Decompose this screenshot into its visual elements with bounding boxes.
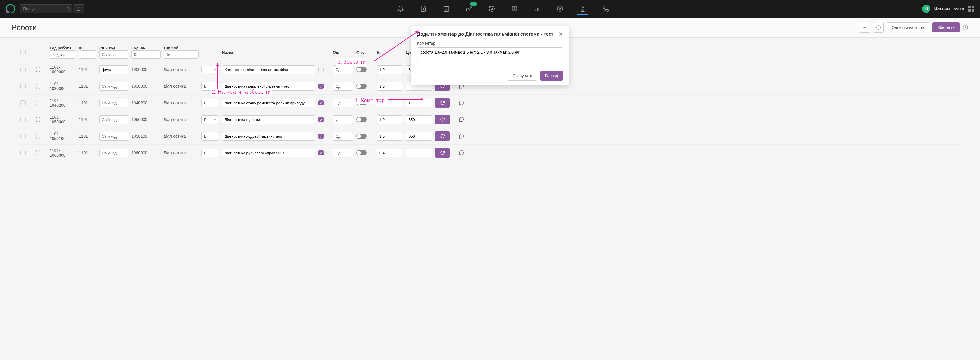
own-code-input[interactable] — [99, 115, 129, 124]
own-code-input[interactable] — [99, 99, 129, 107]
norm-input[interactable] — [377, 115, 403, 124]
row-enabled-checkbox[interactable]: ✓ — [318, 134, 323, 139]
filter-code[interactable] — [49, 50, 76, 59]
unit-select[interactable]: Од. — [333, 99, 353, 107]
expand-icon[interactable] — [35, 100, 47, 105]
expand-icon[interactable] — [35, 67, 47, 72]
row-enabled-checkbox[interactable]: ✓ — [318, 100, 323, 105]
search-icon[interactable] — [66, 6, 71, 11]
chart-icon[interactable] — [532, 3, 543, 14]
comment-input[interactable] — [417, 47, 563, 62]
fixed-toggle[interactable] — [356, 100, 367, 105]
subtype-select[interactable]: В — [202, 149, 219, 157]
filter-part-code[interactable] — [131, 50, 161, 59]
name-input[interactable] — [222, 99, 315, 107]
own-code-input[interactable] — [99, 132, 129, 140]
row-action-button[interactable] — [435, 98, 450, 108]
row-checkbox[interactable] — [21, 134, 26, 139]
expand-icon[interactable] — [35, 134, 47, 139]
update-price-button[interactable]: Оновити вартість — [886, 22, 929, 32]
row-checkbox[interactable] — [21, 117, 26, 122]
add-doc-icon[interactable] — [418, 3, 429, 14]
norm-input[interactable] — [377, 82, 403, 91]
expand-icon[interactable] — [35, 84, 47, 89]
name-input[interactable] — [222, 132, 315, 140]
dollar-icon[interactable] — [555, 3, 566, 14]
filter-type[interactable] — [164, 50, 199, 59]
unit-select[interactable]: уп — [333, 115, 353, 124]
norm-input[interactable] — [377, 149, 403, 157]
filter-id[interactable] — [79, 50, 96, 59]
price-input[interactable] — [406, 132, 432, 140]
comment-icon[interactable] — [458, 150, 479, 156]
price-input[interactable] — [406, 99, 432, 107]
name-input[interactable] — [222, 65, 315, 74]
row-action-button[interactable] — [435, 115, 450, 124]
expand-icon[interactable] — [35, 150, 47, 155]
subtype-select[interactable]: В — [202, 82, 219, 91]
hourglass-icon[interactable] — [578, 3, 589, 15]
row-enabled-checkbox[interactable]: ✓ — [318, 150, 323, 155]
contacts-icon[interactable] — [509, 3, 520, 14]
row-action-button[interactable] — [435, 132, 450, 141]
norm-input[interactable] — [377, 65, 403, 74]
fixed-toggle[interactable] — [356, 134, 367, 139]
own-code-input[interactable] — [99, 65, 129, 74]
row-action-button[interactable] — [435, 148, 450, 158]
svg-point-8 — [491, 8, 493, 10]
unit-select[interactable]: Од. — [333, 149, 353, 157]
row-checkbox[interactable] — [21, 67, 26, 72]
cancel-button[interactable]: Скасувати — [508, 71, 537, 81]
fixed-toggle[interactable] — [356, 84, 367, 89]
search-input[interactable] — [20, 5, 72, 13]
gear-icon[interactable] — [486, 3, 497, 14]
cell-part-code: 1000000 — [131, 67, 161, 72]
comment-icon[interactable] — [458, 116, 479, 123]
unit-select[interactable]: Од. — [333, 132, 353, 140]
subtype-select[interactable]: В — [202, 115, 219, 124]
apps-icon[interactable] — [968, 6, 974, 12]
phone-icon[interactable] — [600, 3, 611, 14]
unit-select[interactable]: Од. — [333, 65, 353, 74]
name-input[interactable] — [222, 149, 315, 157]
name-input[interactable] — [222, 82, 315, 91]
fixed-toggle[interactable] — [356, 117, 367, 122]
help-icon[interactable] — [963, 24, 968, 30]
row-enabled-checkbox[interactable] — [318, 67, 323, 72]
price-input[interactable] — [406, 149, 432, 157]
subtype-select[interactable] — [202, 66, 219, 73]
settings-button[interactable] — [873, 22, 884, 33]
price-input[interactable] — [406, 115, 432, 124]
subtype-select[interactable]: В — [202, 132, 219, 140]
close-icon[interactable]: ✕ — [558, 31, 563, 37]
fixed-toggle[interactable] — [356, 67, 367, 72]
fixed-toggle[interactable] — [356, 150, 367, 155]
filter-own-code[interactable] — [99, 50, 129, 59]
comment-icon[interactable] — [458, 133, 479, 139]
own-code-input[interactable] — [99, 82, 129, 91]
key-icon[interactable]: 23 — [463, 3, 474, 14]
name-input[interactable] — [222, 115, 315, 124]
row-checkbox[interactable] — [21, 84, 26, 89]
add-button[interactable] — [860, 22, 870, 33]
subtype-select[interactable]: В — [202, 99, 219, 107]
bank-icon[interactable] — [73, 5, 84, 13]
ok-button[interactable]: Гаразд — [540, 71, 563, 81]
user-section[interactable]: М Максим Іванов — [922, 5, 974, 13]
expand-icon[interactable] — [35, 117, 47, 122]
row-enabled-checkbox[interactable]: ✓ — [318, 117, 323, 122]
table-row: 1101-1060000 1101 1060000 Діагностика В … — [21, 144, 959, 161]
cell-part-code: 1050000 — [131, 117, 161, 122]
own-code-input[interactable] — [99, 149, 129, 157]
comment-icon[interactable] — [458, 100, 479, 106]
row-checkbox[interactable] — [21, 150, 26, 155]
select-all-checkbox[interactable] — [21, 50, 26, 55]
row-enabled-checkbox[interactable]: ✓ — [318, 84, 323, 89]
calendar-check-icon[interactable] — [441, 3, 452, 14]
save-button[interactable]: Зберегти — [932, 22, 959, 32]
unit-select[interactable]: Од. — [333, 82, 353, 91]
row-checkbox[interactable] — [21, 100, 26, 105]
bell-icon[interactable] — [395, 3, 406, 14]
norm-input[interactable] — [377, 132, 403, 140]
norm-input[interactable] — [377, 99, 403, 107]
